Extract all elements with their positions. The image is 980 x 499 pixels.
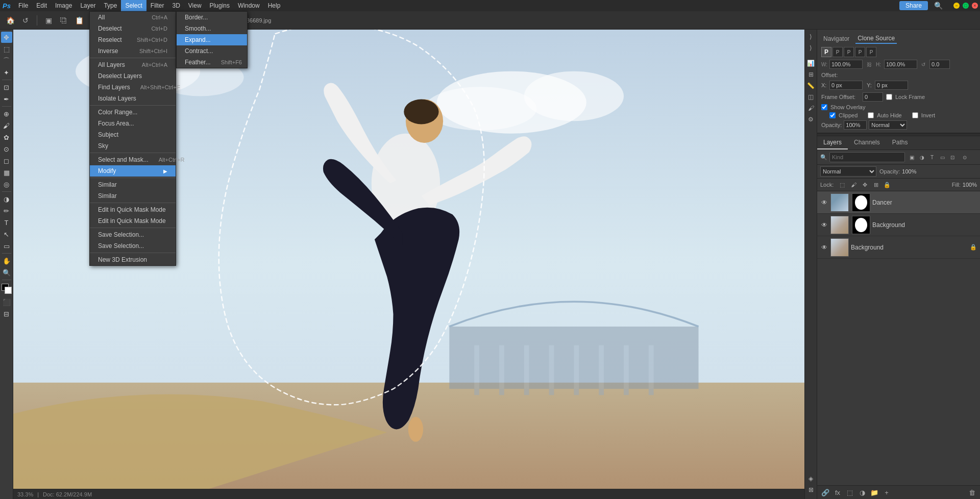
h-field[interactable]	[884, 60, 917, 69]
tab-channels[interactable]: Channels	[848, 136, 886, 149]
marquee-tool[interactable]: ⬚	[1, 43, 12, 55]
clone-slot-2[interactable]: P	[832, 47, 843, 57]
link-layers-btn[interactable]: 🔗	[820, 487, 830, 497]
lock-transparency-btn[interactable]: ⬚	[838, 180, 847, 189]
menu-transform-selection[interactable]: Edit in Quick Mask Mode	[90, 204, 176, 215]
menu-smooth[interactable]: Smooth...	[177, 23, 247, 34]
paste-btn[interactable]: 📋	[73, 14, 85, 27]
menu-type[interactable]: Type	[100, 0, 121, 11]
menu-reselect[interactable]: Reselect Shift+Ctrl+D	[90, 34, 176, 45]
opacity-field[interactable]	[844, 120, 867, 130]
minimize-btn[interactable]: −	[953, 3, 960, 9]
layer-item-bg2[interactable]: 👁 Background 🔒	[817, 236, 980, 259]
menu-file[interactable]: File	[14, 0, 32, 11]
copy-btn[interactable]: ⿻	[58, 14, 70, 27]
eraser-tool[interactable]: ◻	[1, 155, 12, 166]
layer-eye-bg2[interactable]: 👁	[820, 243, 828, 252]
tab-clone-source[interactable]: Clone Source	[855, 34, 897, 44]
layers-search-input[interactable]	[829, 152, 905, 162]
quick-mask-btn[interactable]: ⬛	[1, 296, 12, 308]
lock-artboard-btn[interactable]: ⊞	[871, 180, 880, 189]
menu-layer[interactable]: Layer	[76, 0, 100, 11]
layer-eye-bg1[interactable]: 👁	[820, 221, 828, 229]
filter-pixel-icon[interactable]: ▣	[907, 153, 916, 162]
search-btn[interactable]: 🔍	[932, 0, 944, 12]
invert-checkbox[interactable]	[912, 112, 918, 118]
layer-item-bg1[interactable]: 👁 Background	[817, 214, 980, 236]
panel-toggle-btn[interactable]: ⟩	[806, 32, 816, 42]
new-layer-btn[interactable]: +	[881, 487, 892, 497]
angle-field[interactable]	[929, 60, 950, 69]
filter-shape-icon[interactable]: ▭	[938, 153, 947, 162]
menu-inverse[interactable]: Inverse Shift+Ctrl+I	[90, 45, 176, 57]
menu-select-all[interactable]: All Ctrl+A	[90, 12, 176, 23]
panel-expand-btn[interactable]: ⟩	[806, 43, 816, 53]
clone-slot-3[interactable]: P	[844, 47, 854, 57]
clipped-checkbox[interactable]	[829, 112, 836, 118]
x-field[interactable]	[829, 81, 863, 90]
tab-layers[interactable]: Layers	[817, 136, 848, 149]
normal-select[interactable]: Normal	[869, 120, 907, 130]
tool-presets-btn[interactable]: ⚙	[806, 114, 816, 124]
menu-feather[interactable]: Feather... Shift+F6	[177, 57, 247, 68]
y-field[interactable]	[875, 81, 908, 90]
clone-slot-4[interactable]: P	[855, 47, 865, 57]
lock-pixels-btn[interactable]: 🖌	[849, 180, 858, 189]
layers-btn[interactable]: ◫	[806, 92, 816, 102]
filter-type-icon[interactable]: T	[927, 153, 937, 162]
path-select-tool[interactable]: ↖	[1, 229, 12, 240]
brush-btn[interactable]: 🖌	[806, 103, 816, 113]
fg-bg-btn[interactable]: ◈	[806, 473, 816, 484]
lock-position-btn[interactable]: ✥	[860, 180, 869, 189]
show-overlay-checkbox[interactable]	[821, 104, 827, 110]
menu-all-layers[interactable]: All Layers Alt+Ctrl+A	[90, 59, 176, 70]
menu-deselect[interactable]: Deselect Ctrl+D	[90, 23, 176, 34]
tab-paths[interactable]: Paths	[886, 136, 914, 149]
menu-grow[interactable]: Similar	[90, 179, 176, 190]
menu-subject[interactable]: Subject	[90, 129, 176, 140]
menu-sky[interactable]: Sky	[90, 140, 176, 152]
type-tool[interactable]: T	[1, 217, 12, 228]
crop-tool[interactable]: ⊡	[1, 82, 12, 93]
lock-all-btn[interactable]: 🔒	[883, 180, 892, 189]
shape-tool[interactable]: ▭	[1, 240, 12, 252]
frame-offset-field[interactable]	[863, 92, 883, 102]
menu-3d-extrusion[interactable]: New 3D Extrusion	[90, 254, 176, 265]
home-btn[interactable]: 🏠	[4, 14, 16, 27]
filter-adjustment-icon[interactable]: ◑	[917, 153, 926, 162]
blur-tool[interactable]: ◎	[1, 179, 12, 190]
ruler-btn[interactable]: 📏	[806, 81, 816, 91]
menu-color-range[interactable]: Color Range...	[90, 107, 176, 118]
menu-3d[interactable]: 3D	[168, 0, 184, 11]
pen-tool[interactable]: ✏	[1, 205, 12, 216]
zoom-tool[interactable]: 🔍	[1, 267, 12, 278]
brush-tool[interactable]: 🖌	[1, 120, 12, 131]
magic-wand-tool[interactable]: ✦	[1, 67, 12, 78]
history-brush-tool[interactable]: ⊙	[1, 143, 12, 155]
histogram-btn[interactable]: 📊	[806, 58, 816, 68]
hand-tool[interactable]: ✋	[1, 255, 12, 266]
add-style-btn[interactable]: fx	[832, 487, 843, 497]
menu-border[interactable]: Border...	[177, 12, 247, 23]
filter-smartobj-icon[interactable]: ⊡	[948, 153, 957, 162]
new-fill-btn[interactable]: ◑	[857, 487, 867, 497]
gradient-tool[interactable]: ▦	[1, 167, 12, 178]
healing-tool[interactable]: ⊕	[1, 108, 12, 119]
clone-slot-1[interactable]: P	[821, 47, 831, 57]
layer-eye-dancer[interactable]: 👁	[820, 198, 828, 207]
menu-modify[interactable]: Modify ▶	[90, 165, 176, 177]
clone-slot-5[interactable]: P	[866, 47, 876, 57]
adjustment-layers-btn[interactable]: ⊠	[806, 485, 816, 495]
menu-isolate-layers[interactable]: Isolate Layers	[90, 93, 176, 104]
menu-select[interactable]: Select	[121, 0, 146, 11]
move-tool[interactable]: ✥	[1, 32, 12, 43]
menu-quick-mask[interactable]: Edit in Quick Mask Mode	[90, 215, 176, 227]
menu-contract[interactable]: Contract...	[177, 45, 247, 57]
menu-filter[interactable]: Filter	[146, 0, 168, 11]
undo-btn[interactable]: ↺	[19, 14, 32, 27]
menu-similar[interactable]: Similar	[90, 190, 176, 202]
menu-focus-area[interactable]: Focus Area...	[90, 118, 176, 129]
menu-deselect-layers[interactable]: Deselect Layers	[90, 70, 176, 82]
clone-stamp-tool[interactable]: ✿	[1, 132, 12, 143]
add-mask-btn[interactable]: ⬚	[845, 487, 855, 497]
